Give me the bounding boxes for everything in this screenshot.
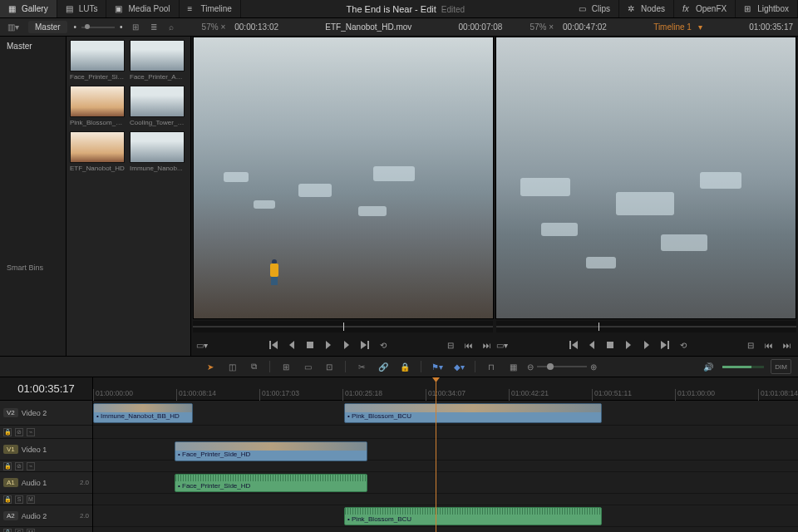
prg-stop[interactable]	[603, 337, 618, 352]
tool-dynamic-trim-icon[interactable]: ⧉	[246, 359, 261, 374]
timeline-clip[interactable]: • Face_Printer_Side_HD	[175, 474, 367, 492]
playhead[interactable]	[436, 377, 436, 532]
tab-lightbox[interactable]: ⊞Lightbox	[736, 0, 798, 17]
track-head-v2[interactable]: V2Video 2	[0, 401, 92, 426]
track-head-v1-ctrl[interactable]: 🔒⊘⌁	[0, 461, 92, 472]
track-a2[interactable]: • Pink_Blossom_BCU	[93, 505, 798, 527]
prg-next-frame[interactable]	[639, 337, 654, 352]
tab-openfx[interactable]: fxOpenFX	[674, 0, 736, 17]
track-v1[interactable]: • Face_Printer_Side_HD	[93, 439, 798, 461]
timeline-clip[interactable]: • Pink_Blossom_BCU	[344, 403, 602, 423]
clip-thumb[interactable]: Face_Printer_Ab...	[130, 40, 185, 81]
timeline-zoom[interactable]: ⊖⊕	[527, 362, 597, 372]
src-prev-frame[interactable]	[284, 337, 299, 352]
clip-thumb[interactable]: Cooling_Tower_1...	[130, 86, 185, 126]
transport-bar: ▭▾ ⟲ ⊟ ⏮ ⏭ ▭▾	[191, 334, 798, 356]
search-icon[interactable]: ⌕	[166, 22, 176, 32]
program-duration: 01:00:35:17	[749, 22, 793, 32]
curve-icon[interactable]: ⌁	[27, 428, 35, 436]
tab-luts[interactable]: ▤LUTs	[57, 0, 107, 17]
prg-view-mode[interactable]: ▭▾	[495, 337, 510, 352]
view-grid-icon[interactable]: ⊞	[130, 22, 141, 32]
track-head-v2-ctrl[interactable]: 🔒⊘⌁	[0, 426, 92, 439]
tab-media-pool[interactable]: ▣Media Pool	[106, 0, 179, 17]
source-zoom[interactable]: 57% ×	[200, 22, 229, 32]
track-v1-gap	[93, 461, 798, 472]
track-head-a2[interactable]: A2Audio 22.0	[0, 505, 92, 527]
volume-icon[interactable]: 🔊	[701, 359, 716, 374]
src-stop[interactable]	[303, 337, 318, 352]
program-scrubber[interactable]	[496, 321, 796, 332]
src-loop[interactable]: ⟲	[376, 337, 391, 352]
browser-view-toggle[interactable]: ▥▾	[5, 22, 22, 32]
source-scrubber[interactable]	[193, 321, 493, 332]
source-timecode: 00:00:13:02	[234, 22, 278, 32]
src-play[interactable]	[321, 337, 336, 352]
prg-prev-frame[interactable]	[584, 337, 599, 352]
track-head-a1-ctrl[interactable]: 🔒SM	[0, 494, 92, 505]
tool-trim-icon[interactable]: ◫	[224, 359, 239, 374]
tool-overwrite-icon[interactable]: ▭	[300, 359, 315, 374]
tool-arrow-icon[interactable]: ➤	[203, 359, 218, 374]
src-last-frame[interactable]	[357, 337, 372, 352]
tab-nodes[interactable]: ✲Nodes	[619, 0, 674, 17]
tab-timeline[interactable]: ≡Timeline	[180, 0, 241, 17]
tool-replace-icon[interactable]: ⊡	[322, 359, 337, 374]
track-head-a1[interactable]: A1Audio 12.0	[0, 472, 92, 494]
source-monitor[interactable]	[193, 37, 494, 319]
src-next-clip[interactable]: ⏭	[480, 337, 495, 352]
prg-loop[interactable]: ⟲	[676, 337, 691, 352]
timeline-clip[interactable]: • Immune_Nanobot_BB_HD	[93, 403, 193, 423]
view-list-icon[interactable]: ≣	[148, 22, 160, 32]
clip-thumb[interactable]: Pink_Blossom_B...	[70, 86, 125, 126]
prg-last-frame[interactable]	[658, 337, 672, 352]
tool-lock-icon[interactable]: 🔒	[397, 359, 412, 374]
tool-flag-icon[interactable]: ⚑▾	[430, 359, 445, 374]
lock-icon[interactable]: 🔒	[3, 428, 12, 436]
tab-gallery[interactable]: ▦Gallery	[0, 0, 57, 17]
program-zoom[interactable]: 57% ×	[527, 22, 556, 32]
src-prev-clip[interactable]: ⏮	[461, 337, 476, 352]
track-head-a2-ctrl[interactable]: 🔒SM	[0, 527, 92, 532]
track-a1-gap	[93, 494, 798, 505]
clip-thumb[interactable]: ETF_Nanobot_HD	[70, 131, 125, 172]
program-monitor[interactable]	[495, 37, 796, 319]
timeline-name[interactable]: Timeline 1	[653, 22, 692, 32]
track-a1[interactable]: • Face_Printer_Side_HD	[93, 472, 798, 494]
disable-icon[interactable]: ⊘	[15, 428, 23, 436]
tab-clips[interactable]: ▭Clips	[570, 0, 619, 17]
prg-first-frame[interactable]	[566, 337, 581, 352]
timeline-ruler[interactable]: 01:00:00:0001:00:08:1401:00:17:0301:00:2…	[93, 377, 798, 401]
master-folder[interactable]: Master	[3, 40, 62, 52]
track-head-v1[interactable]: V1Video 1	[0, 439, 92, 461]
smart-bins-label[interactable]: Smart Bins	[3, 260, 62, 275]
thumb-size-slider[interactable]: ••	[74, 22, 123, 32]
track-v2[interactable]: • Immune_Nanobot_BB_HD• Pink_Blossom_BCU	[93, 401, 798, 426]
source-view-mode[interactable]: ▭▾	[195, 337, 209, 352]
openfx-icon: fx	[682, 4, 692, 14]
clip-name: ETF_Nanobot_HD.mov	[325, 22, 411, 32]
timeline-clip[interactable]: • Pink_Blossom_BCU	[344, 507, 602, 525]
prg-next-edit[interactable]: ⏭	[780, 337, 795, 352]
prg-play[interactable]	[621, 337, 636, 352]
src-next-frame[interactable]	[339, 337, 354, 352]
source-duration: 00:00:07:08	[459, 22, 503, 32]
clip-thumb[interactable]: Face_Printer_Sid...	[70, 40, 125, 81]
tool-insert-icon[interactable]: ⊞	[278, 359, 293, 374]
tool-thumbnails-icon[interactable]: ▦	[505, 359, 520, 374]
dim-button[interactable]: DIM	[771, 359, 791, 374]
src-first-frame[interactable]	[266, 337, 281, 352]
prg-match-frame[interactable]: ⊟	[743, 337, 758, 352]
tool-blade-icon[interactable]: ✂	[354, 359, 369, 374]
clip-thumb[interactable]: Immune_Nanob...	[130, 131, 185, 172]
timeline-clip[interactable]: • Face_Printer_Side_HD	[175, 441, 367, 461]
ruler-tick: 01:00:42:21	[509, 389, 549, 401]
tool-link-icon[interactable]: 🔗	[376, 359, 391, 374]
prg-prev-edit[interactable]: ⏮	[761, 337, 776, 352]
tool-snap-icon[interactable]: ⊓	[484, 359, 499, 374]
volume-slider[interactable]	[722, 366, 764, 368]
master-bin-label[interactable]: Master	[28, 21, 67, 33]
src-match-frame[interactable]: ⊟	[443, 337, 458, 352]
master-timecode[interactable]: 01:00:35:17	[0, 377, 92, 401]
tool-marker-icon[interactable]: ◆▾	[451, 359, 466, 374]
